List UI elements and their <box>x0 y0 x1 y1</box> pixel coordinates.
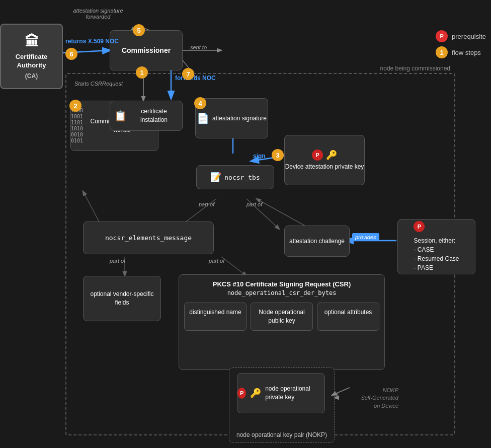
nokp-outer-box: P 🔑 node operational private key node op… <box>229 367 335 443</box>
step-1-badge: 1 <box>136 66 148 79</box>
session-prereq-badge: P <box>414 221 425 232</box>
nokp-self-gen-label: NOKPSelf-Generatedon Device <box>338 387 398 410</box>
nocsr-tbs-label: nocsr_tbs <box>224 174 260 181</box>
part-of-4: part of <box>209 258 224 264</box>
bank-icon: 🏛 <box>25 33 39 50</box>
legend-flow-steps: 1 flow steps <box>436 46 486 58</box>
returns-noc-label: returns X.509 NOC <box>65 38 119 46</box>
step-7-badge: 7 <box>182 68 194 80</box>
binary-icon: 100010011101101000100101 <box>71 108 83 144</box>
legend-prerequisite: P prerequisite <box>436 30 486 42</box>
ca-box: 🏛 Certificate Authority (CA) <box>0 24 63 89</box>
part-of-1: part of <box>199 201 214 207</box>
flow-steps-badge: 1 <box>436 46 448 58</box>
node-op-private-key-label: node operational private key <box>265 385 324 402</box>
optional-vendor-label: optional vendor-specific fields <box>84 286 160 311</box>
step-3-badge: 3 <box>272 149 284 161</box>
ca-subtitle: (CA) <box>25 72 38 80</box>
device-attest-label: Device attestation private key <box>285 163 364 171</box>
cert-install-label: certificate instalation <box>130 107 178 124</box>
attestation-challenge-label: attestation challenge <box>289 237 345 246</box>
flow-steps-label: flow steps <box>452 49 481 56</box>
csr-box: PKCS #10 Certificate Signing Request (CS… <box>179 274 385 370</box>
attest-sig-icon: 📄 <box>197 112 209 124</box>
optional-attributes-box: optional attributes <box>317 303 379 331</box>
session-label: Session, either: - CASE - Resumed Case -… <box>414 236 459 272</box>
step-2-badge: 2 <box>69 100 81 112</box>
attest-sig-fwd-label: attestation signature forwarded <box>63 8 133 20</box>
legend: P prerequisite 1 flow steps <box>436 30 486 58</box>
provides-label: provides <box>352 233 379 241</box>
ca-title: Certificate Authority <box>1 53 62 70</box>
diagram: 🏛 Certificate Authority (CA) node being … <box>0 0 491 448</box>
csr-title: PKCS #10 Certificate Signing Request (CS… <box>179 275 384 301</box>
device-attest-box: P 🔑 Device attestation private key <box>284 135 365 185</box>
step-5-badge: 5 <box>133 24 145 36</box>
session-box: P Session, either: - CASE - Resumed Case… <box>397 219 475 274</box>
node-commissioned-label: node being commissioned <box>380 65 450 72</box>
cert-install-box: 📋 certificate instalation <box>110 101 183 131</box>
forwards-noc-label: forwards NOC <box>175 74 216 82</box>
cert-install-icon: 📋 <box>114 110 127 122</box>
nocsr-elements-box: nocsr_elements_message <box>83 221 214 254</box>
starts-csr-label: Starts CSRRequest <box>74 81 123 87</box>
device-attest-icon: 🔑 <box>326 150 337 161</box>
step-4-badge: 4 <box>194 97 206 109</box>
nokp-pair-label: node operational key pair (NOKP) <box>229 431 334 438</box>
optional-vendor-box: optional vendor-specific fields <box>83 276 161 321</box>
part-of-3: part of <box>110 258 125 264</box>
device-attest-prereq-badge: P <box>312 150 323 161</box>
step-6-badge: 6 <box>65 48 77 60</box>
prereq-badge: P <box>436 30 448 42</box>
nocsr-tbs-box: 📝 nocsr_tbs <box>196 165 274 189</box>
attestation-sig-label: attestation signature <box>212 114 267 123</box>
part-of-2: part of <box>247 201 262 207</box>
commissioner-label: Commissioner <box>122 46 171 54</box>
commissioner-box: Commissioner <box>110 30 183 70</box>
node-op-pubkey-box: Node operational public key <box>251 303 313 331</box>
sent-to-label: sent to <box>190 44 207 50</box>
attestation-challenge-box: attestation challenge <box>284 226 350 257</box>
nocsr-elements-label: nocsr_elements_message <box>105 234 192 242</box>
key-icon: 🔑 <box>250 388 261 399</box>
sign-label: sign <box>253 153 266 160</box>
distinguished-name-box: distinguished name <box>184 303 247 331</box>
nocsr-tbs-icon: 📝 <box>210 172 221 183</box>
nokp-prereq-badge: P <box>237 388 246 399</box>
prereq-label: prerequisite <box>452 33 486 40</box>
node-op-private-key-box: P 🔑 node operational private key <box>237 373 325 413</box>
